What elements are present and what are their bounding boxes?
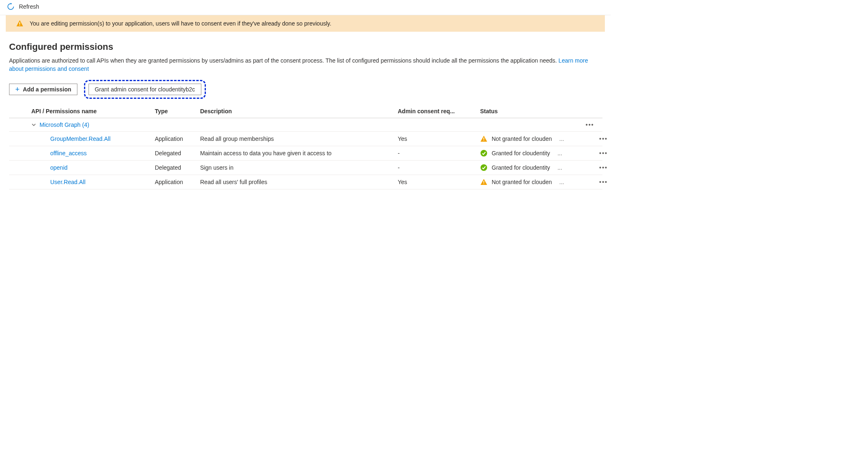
table-row: offline_access Delegated Maintain access…	[9, 146, 602, 161]
permission-admin-required: -	[398, 150, 480, 156]
permission-status: Granted for cloudentity ...	[480, 149, 587, 157]
add-permission-button[interactable]: + Add a permission	[9, 84, 77, 95]
permission-name-link[interactable]: offline_access	[50, 150, 155, 156]
permission-type: Application	[155, 179, 200, 185]
col-api: API / Permissions name	[31, 108, 155, 114]
permission-description: Sign users in	[200, 164, 398, 171]
toolbar: Refresh	[0, 0, 611, 15]
permission-description: Read all group memberships	[200, 135, 398, 142]
permission-type: Delegated	[155, 150, 200, 156]
section-description-text: Applications are authorized to call APIs…	[9, 57, 558, 64]
table-header: API / Permissions name Type Description …	[9, 106, 602, 118]
chevron-down-icon	[31, 122, 36, 127]
svg-rect-3	[483, 140, 484, 141]
row-more-button[interactable]: •••	[599, 150, 611, 156]
permission-description: Read all users' full profiles	[200, 179, 398, 185]
svg-rect-0	[19, 22, 20, 24]
col-type: Type	[155, 108, 200, 114]
table-row: GroupMember.Read.All Application Read al…	[9, 132, 602, 146]
svg-rect-1	[19, 25, 20, 26]
svg-point-5	[481, 164, 487, 171]
svg-rect-2	[483, 138, 484, 140]
permission-name-link[interactable]: GroupMember.Read.All	[50, 135, 155, 142]
status-truncated-icon: ...	[559, 135, 564, 142]
col-status: Status	[480, 108, 587, 114]
add-permission-label: Add a permission	[23, 86, 71, 93]
col-description: Description	[200, 108, 398, 114]
svg-rect-7	[483, 183, 484, 184]
refresh-icon[interactable]	[7, 2, 15, 11]
permission-type: Application	[155, 135, 200, 142]
status-truncated-icon: ...	[558, 150, 562, 156]
status-icon	[480, 135, 488, 142]
refresh-button[interactable]: Refresh	[19, 3, 39, 10]
section-description: Applications are authorized to call APIs…	[9, 56, 594, 73]
permission-description: Maintain access to data you have given i…	[200, 150, 398, 156]
actions-row: + Add a permission Grant admin consent f…	[9, 80, 602, 99]
permission-type: Delegated	[155, 164, 200, 171]
warning-icon	[16, 19, 24, 28]
table-row: openid Delegated Sign users in - Granted…	[9, 161, 602, 175]
status-truncated-icon: ...	[558, 164, 562, 171]
section-title: Configured permissions	[9, 42, 602, 52]
notification-message: You are editing permission(s) to your ap…	[30, 20, 331, 27]
row-more-button[interactable]: •••	[599, 179, 611, 185]
api-group-row[interactable]: Microsoft Graph (4) •••	[9, 118, 602, 132]
permission-name-link[interactable]: openid	[50, 164, 155, 171]
grant-admin-consent-label: Grant admin consent for cloudentityb2c	[95, 86, 195, 93]
col-admin: Admin consent req...	[398, 108, 480, 114]
status-text: Granted for cloudentity	[492, 150, 550, 156]
highlight-box: Grant admin consent for cloudentityb2c	[84, 80, 206, 99]
api-group-count: (4)	[82, 121, 89, 128]
status-text: Not granted for clouden	[492, 135, 552, 142]
status-icon	[480, 149, 488, 157]
permission-admin-required: -	[398, 164, 480, 171]
permission-status: Not granted for clouden ...	[480, 135, 587, 142]
status-text: Not granted for clouden	[492, 179, 552, 185]
permission-status: Not granted for clouden ...	[480, 178, 587, 186]
status-icon	[480, 164, 488, 171]
permission-admin-required: Yes	[398, 135, 480, 142]
grant-admin-consent-button[interactable]: Grant admin consent for cloudentityb2c	[89, 84, 201, 95]
status-truncated-icon: ...	[559, 179, 564, 185]
svg-point-4	[481, 150, 487, 156]
svg-rect-6	[483, 181, 484, 183]
status-icon	[480, 178, 488, 186]
permission-admin-required: Yes	[398, 179, 480, 185]
table-row: User.Read.All Application Read all users…	[9, 175, 602, 189]
main-content: Configured permissions Applications are …	[0, 32, 611, 198]
group-more-button[interactable]: •••	[586, 121, 598, 128]
permissions-table: API / Permissions name Type Description …	[9, 106, 602, 189]
api-group-name: Microsoft Graph	[40, 121, 81, 128]
notification-bar: You are editing permission(s) to your ap…	[6, 15, 605, 32]
permission-name-link[interactable]: User.Read.All	[50, 179, 155, 185]
status-text: Granted for cloudentity	[492, 164, 550, 171]
row-more-button[interactable]: •••	[599, 135, 611, 142]
row-more-button[interactable]: •••	[599, 164, 611, 171]
plus-icon: +	[15, 86, 20, 92]
permission-status: Granted for cloudentity ...	[480, 164, 587, 171]
